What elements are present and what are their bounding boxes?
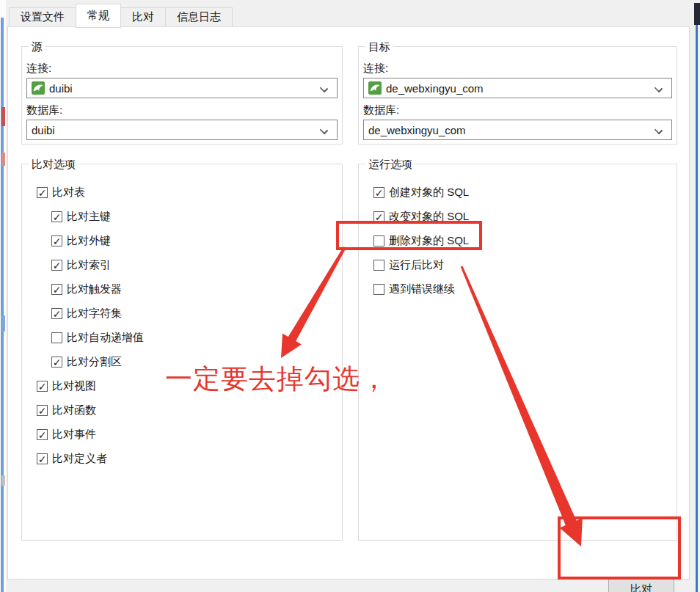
left-edge-blue-line bbox=[1, 18, 4, 592]
chevron-down-icon bbox=[655, 84, 663, 92]
checkbox bbox=[51, 211, 62, 222]
checkbox-label: 比对触发器 bbox=[67, 282, 122, 296]
compare-button[interactable]: 比对 bbox=[608, 579, 674, 592]
checkbox-label: 创建对象的 SQL bbox=[389, 186, 469, 200]
tab-label: 信息日志 bbox=[177, 10, 221, 24]
checkbox bbox=[373, 284, 384, 295]
checkbox-label: 比对外键 bbox=[67, 234, 111, 248]
checkbox bbox=[51, 357, 62, 368]
tab-label: 设置文件 bbox=[21, 10, 65, 24]
left-window-edge bbox=[0, 0, 6, 592]
checkbox-row[interactable]: 比对字符集 bbox=[22, 302, 342, 326]
checkbox-label: 比对字符集 bbox=[67, 307, 122, 321]
chevron-down-icon bbox=[320, 126, 328, 134]
mysql-connection-icon bbox=[368, 81, 382, 95]
chevron-down-icon bbox=[655, 126, 663, 134]
group-title: 比对选项 bbox=[29, 158, 79, 170]
checkbox-row[interactable]: 运行后比对 bbox=[359, 253, 677, 277]
screenshot-root: 设置文件 常规 比对 信息日志 源 连接: duibi 数据库: duibi bbox=[0, 0, 700, 592]
checkbox-row[interactable]: 比对索引 bbox=[22, 253, 342, 277]
group-title: 运行选项 bbox=[365, 158, 415, 170]
target-connection-select[interactable]: de_webxingyu_com bbox=[363, 78, 672, 98]
checkbox-row[interactable]: 比对函数 bbox=[22, 398, 342, 423]
connection-label: 连接: bbox=[26, 62, 342, 76]
checkbox-label: 比对主键 bbox=[67, 210, 111, 224]
checkbox-label: 比对视图 bbox=[52, 379, 96, 393]
right-edge-blue-line bbox=[696, 3, 698, 592]
checkbox-row[interactable]: 遇到错误继续 bbox=[359, 277, 677, 302]
checkbox-label: 比对事件 bbox=[52, 428, 96, 442]
group-source: 源 连接: duibi 数据库: duibi bbox=[21, 46, 343, 145]
edge-speck bbox=[1, 315, 5, 332]
checkbox bbox=[37, 381, 48, 392]
checkbox-row[interactable]: 比对触发器 bbox=[22, 277, 342, 302]
target-database-select[interactable]: de_webxingyu_com bbox=[363, 120, 672, 140]
source-connection-value: duibi bbox=[49, 82, 73, 95]
annotation-text: 一定要去掉勾选， bbox=[165, 361, 388, 398]
checkbox-label: 比对函数 bbox=[52, 403, 96, 417]
mysql-connection-icon bbox=[32, 81, 45, 95]
target-database-value: de_webxingyu_com bbox=[368, 124, 466, 136]
checkbox-row[interactable]: 比对外键 bbox=[22, 229, 342, 253]
database-label: 数据库: bbox=[26, 103, 342, 117]
checkbox bbox=[51, 235, 62, 246]
tab[interactable]: 信息日志 bbox=[166, 7, 233, 27]
checkbox-label: 遇到错误继续 bbox=[389, 282, 455, 296]
tab-bar: 设置文件 常规 比对 信息日志 bbox=[9, 4, 233, 27]
checkbox bbox=[373, 260, 384, 271]
chevron-down-icon bbox=[320, 84, 328, 92]
checkbox-label: 比对自动递增值 bbox=[67, 331, 144, 345]
checkbox bbox=[51, 284, 62, 295]
checkbox-row[interactable]: 比对表 bbox=[22, 180, 342, 205]
group-title: 源 bbox=[29, 40, 45, 53]
checkbox-label: 比对表 bbox=[52, 186, 85, 200]
group-target: 目标 连接: de_webxingyu_com 数据库: de_webxingy… bbox=[358, 46, 677, 145]
checkbox bbox=[373, 187, 384, 198]
edge-speck bbox=[1, 153, 5, 166]
edge-speck bbox=[1, 475, 5, 486]
checkbox-label: 比对分割区 bbox=[67, 355, 122, 369]
checkbox bbox=[51, 260, 62, 271]
checkbox-row[interactable]: 比对自动递增值 bbox=[22, 326, 342, 350]
checkbox-row[interactable]: 创建对象的 SQL bbox=[359, 180, 677, 205]
checkbox-row[interactable]: 比对定义者 bbox=[22, 447, 342, 471]
edge-speck bbox=[1, 107, 5, 126]
annotation-box-compare-button bbox=[558, 516, 681, 580]
checkbox-row[interactable]: 比对主键 bbox=[22, 205, 342, 229]
checkbox bbox=[37, 429, 48, 440]
group-compare-options: 比对选项 比对表 比对主键 比对外键 比对索引 比对触发器 比对字符集 比对自动… bbox=[21, 164, 343, 541]
checkbox bbox=[37, 405, 48, 416]
checkbox bbox=[51, 332, 62, 343]
checkbox bbox=[37, 453, 48, 464]
source-connection-select[interactable]: duibi bbox=[26, 78, 338, 98]
tab-label: 常规 bbox=[87, 9, 109, 23]
checkbox-row[interactable]: 比对事件 bbox=[22, 423, 342, 447]
tab[interactable]: 设置文件 bbox=[9, 7, 76, 27]
tab[interactable]: 比对 bbox=[121, 7, 166, 27]
database-label: 数据库: bbox=[363, 103, 677, 117]
tab-label: 比对 bbox=[132, 10, 154, 24]
checkbox-label: 运行后比对 bbox=[389, 258, 444, 272]
tab-page-general: 源 连接: duibi 数据库: duibi 目标 连接: bbox=[7, 26, 690, 580]
connection-label: 连接: bbox=[363, 62, 677, 76]
source-database-value: duibi bbox=[32, 124, 55, 136]
tab[interactable]: 常规 bbox=[76, 4, 121, 28]
target-connection-value: de_webxingyu_com bbox=[386, 82, 484, 95]
checkbox bbox=[37, 187, 48, 198]
checkbox bbox=[51, 308, 62, 319]
group-title: 目标 bbox=[365, 40, 393, 53]
annotation-box-delete-sql bbox=[336, 221, 482, 250]
checkbox-label: 比对定义者 bbox=[52, 452, 107, 466]
right-edge-dark-block bbox=[694, 3, 700, 25]
checkbox-label: 比对索引 bbox=[67, 258, 111, 272]
compare-options-list: 比对表 比对主键 比对外键 比对索引 比对触发器 比对字符集 比对自动递增值 比… bbox=[22, 164, 342, 471]
right-window-edge bbox=[693, 0, 700, 592]
source-database-select[interactable]: duibi bbox=[26, 120, 338, 140]
